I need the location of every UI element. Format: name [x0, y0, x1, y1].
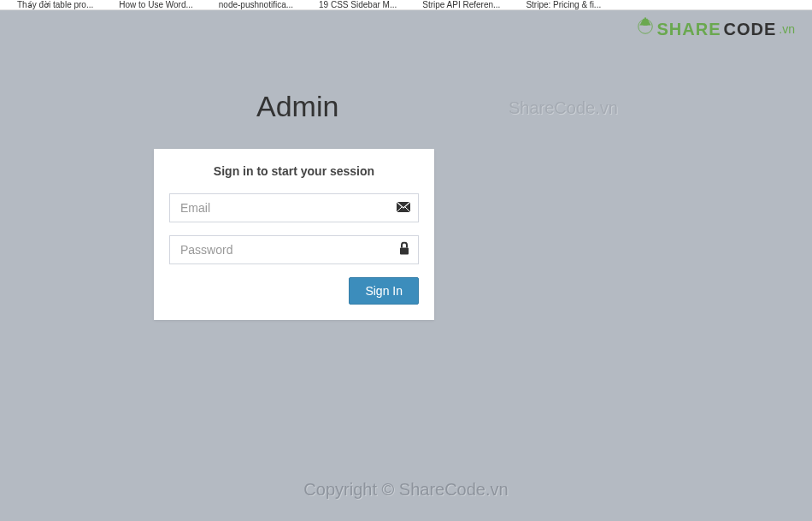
- login-message: Sign in to start your session: [169, 164, 419, 178]
- password-group: [169, 235, 419, 264]
- logo-code-text: CODE: [724, 20, 777, 39]
- watermark-text: ShareCode.vn: [509, 98, 618, 118]
- bookmark-item[interactable]: How to Use Word...: [119, 0, 193, 9]
- sharecode-logo: SHARECODE.vn: [636, 17, 796, 41]
- password-field[interactable]: [169, 235, 419, 264]
- bookmarks-bar: Thầy đời table pro... How to Use Word...…: [0, 0, 812, 10]
- login-box: Sign in to start your session Sign In: [154, 149, 434, 320]
- logo-share-text: SHARE: [657, 20, 721, 39]
- recycle-icon: [636, 17, 655, 41]
- lock-icon: [398, 242, 410, 258]
- bookmark-item[interactable]: 19 CSS Sidebar M...: [319, 0, 397, 9]
- bookmark-item[interactable]: Stripe API Referen...: [422, 0, 500, 9]
- email-group: [169, 193, 419, 222]
- envelope-icon: [397, 201, 410, 215]
- footer-copyright: Copyright © ShareCode.vn: [0, 480, 812, 500]
- svg-rect-2: [400, 248, 409, 255]
- email-field[interactable]: [169, 193, 419, 222]
- signin-button[interactable]: Sign In: [349, 277, 419, 305]
- button-row: Sign In: [169, 277, 419, 305]
- bookmark-item[interactable]: Thầy đời table pro...: [17, 0, 93, 9]
- bookmark-item[interactable]: Stripe: Pricing & fi...: [526, 0, 601, 9]
- bookmark-item[interactable]: node-pushnotifica...: [219, 0, 293, 9]
- logo-vn-text: .vn: [779, 22, 795, 36]
- page-title: Admin: [256, 90, 338, 123]
